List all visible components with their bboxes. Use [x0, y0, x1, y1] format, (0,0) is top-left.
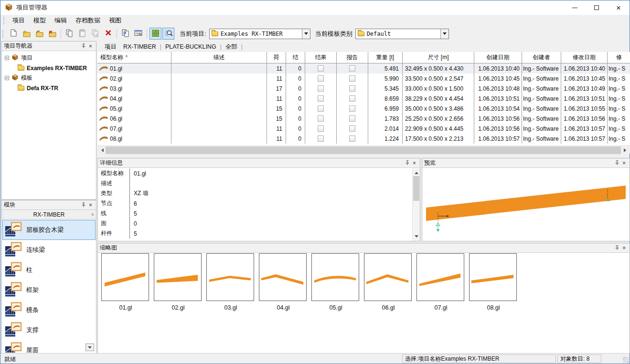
table-row-01.gl[interactable]: 01.gl1105.49132.495 x 0.500 x 4.4301.06.…: [97, 63, 630, 73]
column-header-创建日期[interactable]: 创建日期: [474, 52, 522, 63]
table-row-08.gl[interactable]: 08.gl1101.22417.500 x 0.500 x 2.2131.06.…: [97, 134, 630, 144]
results-checkbox[interactable]: [318, 75, 324, 82]
tab-RX-TIMBER[interactable]: RX-TIMBER: [120, 42, 160, 51]
results-checkbox[interactable]: [318, 105, 324, 112]
scrollbar-thumb[interactable]: [413, 176, 419, 201]
model-name-cell[interactable]: 07.gl: [97, 124, 171, 134]
menu-item-视图[interactable]: 视图: [105, 15, 126, 26]
archive-button[interactable]: [132, 28, 144, 40]
horizontal-scrollbar[interactable]: [97, 146, 630, 154]
table-row-04.gl[interactable]: 04.gl1108.65938.229 x 0.500 x 4.4541.06.…: [97, 94, 630, 104]
report-checkbox[interactable]: [349, 135, 355, 142]
tab-PLATE-BUCKLING[interactable]: PLATE-BUCKLING: [162, 42, 220, 51]
column-header-描述[interactable]: 描述: [171, 52, 267, 63]
pin-icon[interactable]: [613, 244, 620, 251]
column-header-结果[interactable]: 结果: [305, 52, 337, 63]
copy-button[interactable]: [64, 28, 75, 40]
column-header-结[interactable]: 结: [286, 52, 305, 63]
close-icon[interactable]: ×: [620, 244, 628, 251]
results-checkbox[interactable]: [318, 115, 324, 122]
column-header-修改日期[interactable]: 修改日期: [561, 52, 608, 63]
thumbnail-02.gl[interactable]: 02.gl: [154, 253, 202, 301]
table-row-07.gl[interactable]: 07.gl1102.01422.909 x 0.500 x 4.4451.06.…: [97, 124, 630, 134]
results-checkbox[interactable]: [318, 125, 324, 132]
duplicate-button[interactable]: [89, 28, 101, 40]
model-name-cell[interactable]: 05.gl: [97, 104, 171, 114]
tree-expander-icon[interactable]: [5, 76, 9, 80]
menu-item-编辑[interactable]: 编辑: [50, 15, 71, 26]
view-preview-toggle[interactable]: [162, 28, 174, 40]
report-checkbox[interactable]: [349, 105, 355, 112]
thumbnail-03.gl[interactable]: 03.gl: [206, 253, 254, 301]
report-checkbox[interactable]: [349, 125, 355, 132]
menu-item-存档数据[interactable]: 存档数据: [71, 15, 105, 26]
thumbnail-05.gl[interactable]: 05.gl: [311, 253, 359, 301]
tree-leaf[interactable]: Examples RX-TIMBER: [2, 63, 96, 73]
scroll-up-arrow[interactable]: [413, 168, 420, 176]
column-header-修[interactable]: 修: [608, 52, 630, 63]
model-name-cell[interactable]: 02.gl: [97, 73, 171, 83]
new-project-button[interactable]: [21, 28, 32, 40]
pin-icon[interactable]: [404, 159, 411, 166]
edit-project-button[interactable]: [33, 28, 45, 40]
column-header-荷[interactable]: 荷: [267, 52, 286, 63]
column-header-报告[interactable]: 报告: [337, 52, 368, 63]
view-thumbnails-toggle[interactable]: [149, 28, 161, 40]
pin-icon[interactable]: [80, 42, 87, 50]
tree-node[interactable]: 模板: [2, 73, 96, 83]
dropdown-arrow-icon[interactable]: [440, 29, 448, 39]
close-icon[interactable]: ×: [620, 159, 628, 166]
thumbnail-08.gl[interactable]: 08.gl: [469, 253, 517, 301]
tree-node[interactable]: 项目: [2, 53, 96, 63]
modules-scroll-down-button[interactable]: [85, 343, 94, 351]
results-checkbox[interactable]: [318, 135, 324, 142]
model-name-cell[interactable]: 06.gl: [97, 114, 171, 124]
scroll-down-arrow[interactable]: [413, 234, 420, 241]
report-checkbox[interactable]: [349, 65, 355, 72]
model-name-cell[interactable]: 04.gl: [97, 94, 171, 104]
close-icon[interactable]: ×: [411, 159, 418, 166]
delete-button[interactable]: [102, 28, 114, 40]
results-checkbox[interactable]: [318, 65, 324, 72]
model-name-cell[interactable]: 03.gl: [97, 83, 171, 94]
group-menu-icon[interactable]: ≡: [91, 212, 94, 217]
report-checkbox[interactable]: [349, 75, 355, 82]
scroll-left-arrow[interactable]: [97, 146, 106, 154]
minimize-button[interactable]: [564, 0, 586, 15]
pin-icon[interactable]: [613, 159, 620, 166]
column-header-创建者[interactable]: 创建者: [522, 52, 561, 63]
model-name-cell[interactable]: 08.gl: [97, 134, 171, 144]
results-checkbox[interactable]: [318, 95, 324, 102]
table-row-06.gl[interactable]: 06.gl1501.78325.250 x 0.500 x 2.6561.06.…: [97, 114, 630, 124]
close-icon[interactable]: ×: [87, 201, 94, 208]
thumbnail-04.gl[interactable]: 04.gl: [259, 253, 307, 301]
module-item-框架[interactable]: 框架: [2, 280, 96, 300]
menu-item-模型[interactable]: 模型: [29, 15, 50, 26]
details-scrollbar[interactable]: [412, 168, 420, 241]
table-row-02.gl[interactable]: 02.gl1105.99033.500 x 0.500 x 2.5471.06.…: [97, 73, 630, 83]
attach-model-button[interactable]: [119, 28, 131, 40]
modules-group-bar[interactable]: RX-TIMBER ≡: [2, 210, 96, 219]
dropdown-arrow-icon[interactable]: [302, 29, 310, 39]
new-model-button[interactable]: [8, 28, 20, 40]
tab-全部[interactable]: 全部: [222, 42, 241, 52]
paste-button[interactable]: [76, 28, 88, 40]
module-item-屋面[interactable]: 屋面: [2, 340, 96, 353]
column-header-尺寸 [m][interactable]: 尺寸 [m]: [403, 52, 474, 63]
scroll-right-arrow[interactable]: [622, 146, 630, 154]
thumbnail-01.gl[interactable]: 01.gl: [101, 253, 149, 301]
thumbnail-07.gl[interactable]: 07.gl: [416, 253, 464, 301]
tab-项目[interactable]: 项目: [101, 42, 120, 52]
pin-icon[interactable]: [80, 201, 87, 208]
table-row-05.gl[interactable]: 05.gl1506.95935.000 x 0.500 x 3.4861.06.…: [97, 104, 630, 114]
model-name-cell[interactable]: 01.gl: [97, 63, 171, 73]
tree-expander-icon[interactable]: [5, 56, 9, 60]
maximize-button[interactable]: [586, 0, 608, 15]
column-header-重量 [t][interactable]: 重量 [t]: [368, 52, 403, 63]
column-header-模型名称[interactable]: 模型名称∧: [97, 52, 171, 63]
current-project-combobox[interactable]: Examples RX-TIMBER: [209, 29, 310, 39]
report-checkbox[interactable]: [349, 115, 355, 122]
close-icon[interactable]: ×: [87, 42, 94, 50]
results-checkbox[interactable]: [318, 85, 324, 92]
delete-project-button[interactable]: [46, 28, 58, 40]
